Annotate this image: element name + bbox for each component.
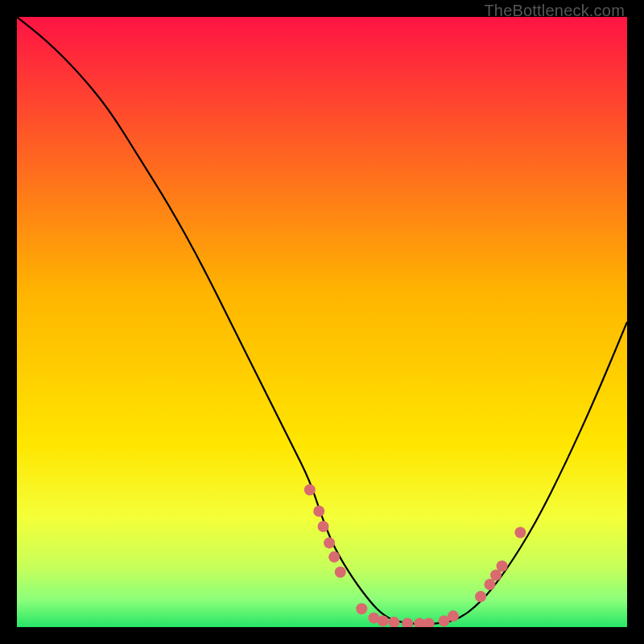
data-marker [318, 521, 329, 532]
bottleneck-chart [17, 17, 627, 627]
data-marker [475, 591, 486, 602]
data-marker [356, 603, 367, 614]
data-marker [514, 527, 526, 539]
data-marker [324, 537, 335, 548]
plot-area [17, 17, 627, 627]
data-marker [335, 567, 346, 578]
gradient-background [17, 17, 627, 627]
watermark-text: TheBottleneck.com [484, 2, 625, 20]
data-marker [484, 579, 495, 590]
data-marker [497, 560, 508, 572]
data-marker [328, 551, 340, 563]
data-marker [378, 615, 389, 626]
data-marker [304, 484, 316, 495]
chart-frame: TheBottleneck.com [0, 0, 644, 644]
data-marker [490, 570, 502, 581]
data-marker [313, 506, 324, 517]
data-marker [448, 610, 459, 621]
